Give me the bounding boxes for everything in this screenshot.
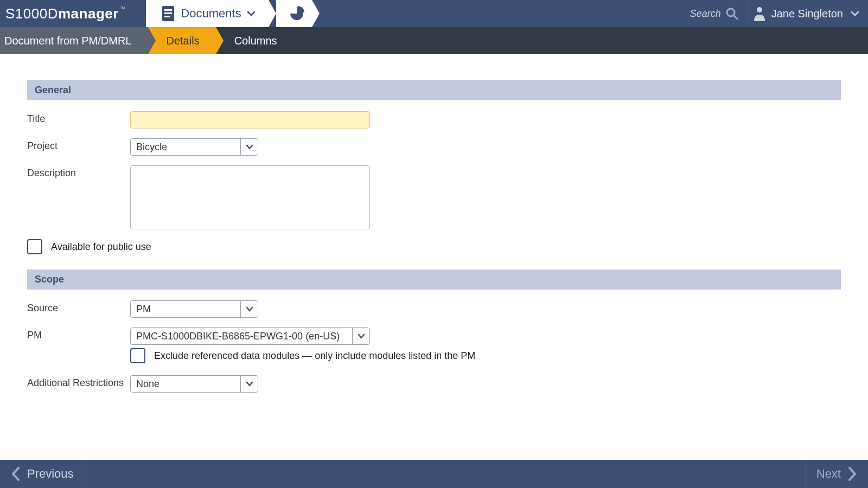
exclude-referenced-label: Exclude referenced data modules — only i… [154, 350, 475, 362]
label-description: Description [27, 165, 130, 179]
chevron-down-icon [240, 301, 258, 317]
additional-restrictions-value: None [131, 378, 240, 390]
title-input[interactable] [130, 111, 370, 129]
label-pm: PM [27, 328, 130, 341]
project-select[interactable]: Bicycle [130, 138, 258, 156]
trademark-icon: ™ [120, 5, 126, 11]
logo-text-bold: manager [58, 5, 119, 22]
search-label: Search [690, 8, 721, 20]
search-icon [725, 7, 738, 20]
svg-rect-2 [164, 12, 172, 14]
previous-button[interactable]: Previous [0, 460, 85, 488]
wizard-step-label: Document from PM/DMRL [4, 35, 132, 47]
section-header-general: General [27, 80, 841, 100]
label-title: Title [27, 111, 130, 125]
chevron-left-icon [11, 466, 22, 481]
pie-chart-icon [289, 6, 304, 21]
additional-restrictions-select[interactable]: None [130, 375, 258, 393]
top-bar: S1000Dmanager™ Documents Search [0, 0, 868, 27]
wizard-step-columns[interactable]: Columns [216, 27, 293, 54]
wizard-step-label: Details [167, 35, 200, 47]
pm-value: PMC-S1000DBIKE-B6865-EPWG1-00 (en-US) [131, 331, 352, 342]
label-project: Project [27, 138, 130, 152]
logo-text-light: S1000D [5, 5, 58, 22]
app-logo: S1000Dmanager™ [0, 0, 138, 27]
label-source: Source [27, 300, 130, 314]
description-textarea[interactable] [130, 165, 370, 229]
search-button[interactable]: Search [690, 0, 747, 27]
user-menu[interactable]: Jane Singleton [747, 0, 868, 27]
wizard-step-details[interactable]: Details [148, 27, 216, 54]
chevron-right-icon [846, 466, 857, 481]
nav-reports[interactable] [276, 0, 312, 27]
exclude-referenced-checkbox[interactable] [130, 348, 145, 363]
wizard-step-label: Columns [234, 35, 277, 47]
chevron-down-icon [851, 9, 859, 18]
nav-documents[interactable]: Documents [146, 0, 268, 27]
next-label: Next [816, 467, 841, 481]
public-use-label: Available for public use [51, 241, 151, 253]
wizard-breadcrumb: Document from PM/DMRL Details Columns [0, 27, 868, 54]
document-icon [161, 5, 175, 22]
previous-label: Previous [27, 467, 74, 481]
wizard-step-source[interactable]: Document from PM/DMRL [0, 27, 148, 54]
main-form: General Title Project Bicycle Descriptio… [0, 54, 868, 393]
svg-point-6 [757, 7, 762, 12]
svg-rect-1 [164, 9, 172, 11]
next-button[interactable]: Next [805, 460, 868, 488]
source-value: PM [131, 304, 240, 315]
chevron-down-icon [247, 9, 256, 18]
user-icon [753, 6, 766, 21]
bottom-bar: Previous Next [0, 460, 868, 488]
nav-documents-label: Documents [181, 7, 241, 21]
chevron-down-icon [240, 139, 258, 155]
section-header-scope: Scope [27, 269, 841, 290]
project-value: Bicycle [131, 142, 240, 153]
user-name: Jane Singleton [771, 8, 843, 20]
pm-select[interactable]: PMC-S1000DBIKE-B6865-EPWG1-00 (en-US) [130, 328, 370, 345]
label-additional-restrictions: Additional Restrictions [27, 375, 130, 389]
public-use-checkbox[interactable] [27, 239, 42, 254]
svg-line-5 [733, 15, 737, 19]
chevron-down-icon [240, 376, 258, 392]
chevron-down-icon [352, 328, 369, 344]
source-select[interactable]: PM [130, 300, 258, 318]
svg-rect-3 [164, 16, 170, 17]
